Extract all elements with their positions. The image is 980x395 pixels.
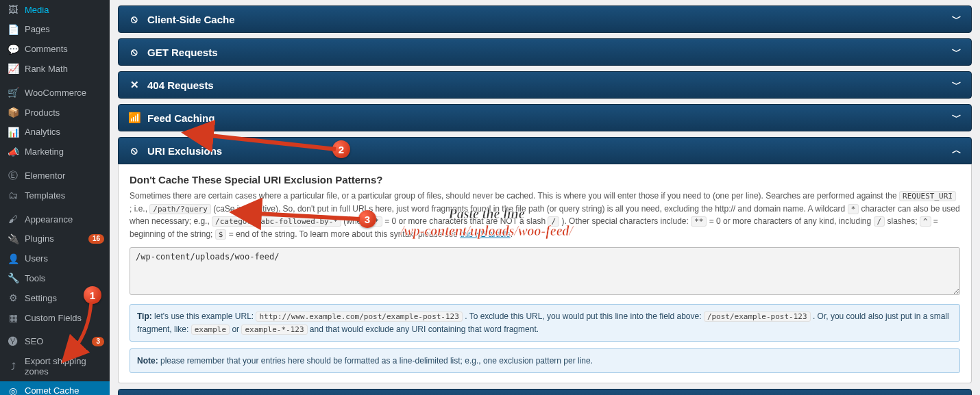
plugins-icon: 🔌 xyxy=(7,233,19,245)
sidebar-item-custom-fields[interactable]: ▦ Custom Fields xyxy=(0,308,110,328)
sidebar-item-users[interactable]: 👤 Users xyxy=(0,249,110,269)
sidebar-item-plugins[interactable]: 🔌 Plugins 16 xyxy=(0,229,110,249)
sidebar-item-rank-math[interactable]: 📈 Rank Math xyxy=(0,59,110,79)
custom-fields-icon: ▦ xyxy=(7,312,19,324)
comments-icon: 💬 xyxy=(7,44,19,55)
sidebar-item-label: Pages xyxy=(25,24,104,35)
prohibit-icon: ⦸ xyxy=(128,13,140,25)
chevron-down-icon: ﹀ xyxy=(952,112,961,124)
sidebar-item-label: Media xyxy=(25,5,104,16)
products-icon: 📦 xyxy=(7,107,19,118)
code-slash: / xyxy=(874,216,885,227)
code-caret: ^ xyxy=(920,216,931,227)
code-tip-example: example xyxy=(191,324,230,335)
note-label: Note: xyxy=(137,356,158,366)
code-double-star: ** xyxy=(691,216,707,227)
sidebar-item-label: Products xyxy=(25,107,104,118)
code-slash: / xyxy=(548,216,559,227)
uri-exclusions-textarea[interactable] xyxy=(130,247,960,295)
broken-link-icon: ✕ xyxy=(128,79,140,91)
panel-title: Client-Side Cache xyxy=(147,14,235,25)
sidebar-item-analytics[interactable]: 📊 Analytics xyxy=(0,123,110,142)
sidebar-item-label: Custom Fields xyxy=(25,313,104,324)
chevron-up-icon: ︿ xyxy=(952,144,961,157)
marketing-icon: 📣 xyxy=(7,146,19,158)
pages-icon: 📄 xyxy=(7,24,19,36)
sidebar-item-label: Settings xyxy=(25,293,104,304)
panel-title: URI Exclusions xyxy=(147,145,222,157)
sidebar-item-templates[interactable]: 🗂 Templates xyxy=(0,186,110,205)
code-category-example: /category/abc-followed-by-* xyxy=(212,216,341,227)
wp-admin-sidebar: 🖼 Media 📄 Pages 💬 Comments 📈 Rank Math 🛒… xyxy=(0,0,110,395)
elementor-icon: Ⓔ xyxy=(7,170,19,181)
sidebar-item-label: Export shipping zones xyxy=(25,356,104,377)
tools-icon: 🔧 xyxy=(7,272,19,284)
sidebar-item-comments[interactable]: 💬 Comments xyxy=(0,40,110,60)
prohibit-icon: ⦸ xyxy=(128,46,140,58)
panel-get-requests[interactable]: ⦸ GET Requests ﹀ xyxy=(118,38,972,66)
sidebar-item-comet-cache[interactable]: ◎ Comet Cache xyxy=(0,381,110,395)
chevron-down-icon: ﹀ xyxy=(952,79,961,91)
code-request-uri: REQUEST_URI xyxy=(899,191,956,201)
uri-exclusions-tip: Tip: let's use this example URL: http://… xyxy=(130,304,960,342)
media-icon: 🖼 xyxy=(7,4,19,16)
chevron-down-icon: ﹀ xyxy=(952,13,961,25)
sidebar-item-label: Appearance xyxy=(25,214,104,225)
sidebar-item-label: Templates xyxy=(25,190,104,201)
kb-article-link[interactable]: this KB article xyxy=(460,229,510,239)
panel-404-requests[interactable]: ✕ 404 Requests ﹀ xyxy=(118,71,972,99)
panel-uri-exclusions[interactable]: ⦸ URI Exclusions ︿ xyxy=(118,137,972,164)
settings-main: ⦸ Client-Side Cache ﹀ ⦸ GET Requests ﹀ ✕… xyxy=(110,0,980,395)
panel-feed-caching[interactable]: 📶 Feed Caching ﹀ xyxy=(118,104,972,131)
sidebar-item-pages[interactable]: 📄 Pages xyxy=(0,20,110,40)
prohibit-icon: ⦸ xyxy=(128,144,140,157)
rank-math-icon: 📈 xyxy=(7,63,19,75)
panel-uri-exclusions-body: Don't Cache These Special URI Exclusion … xyxy=(118,164,972,383)
analytics-icon: 📊 xyxy=(7,127,19,138)
sidebar-item-label: Marketing xyxy=(25,146,104,157)
code-tip-example2: example-*-123 xyxy=(241,324,307,335)
export-icon: ⤴ xyxy=(7,361,19,372)
panel-client-side-cache[interactable]: ⦸ Client-Side Cache ﹀ xyxy=(118,5,972,33)
sidebar-item-label: SEO xyxy=(25,336,86,347)
uri-exclusions-note: Note: please remember that your entries … xyxy=(130,348,960,373)
code-star: * xyxy=(371,216,382,227)
sidebar-item-products[interactable]: 📦 Products xyxy=(0,103,110,123)
sidebar-item-tools[interactable]: 🔧 Tools xyxy=(0,268,110,288)
panel-title: Feed Caching xyxy=(147,112,215,124)
appearance-icon: 🖌 xyxy=(7,214,19,225)
users-icon: 👤 xyxy=(7,253,19,265)
code-tip-url: http://www.example.com/post/example-post… xyxy=(256,311,462,322)
sidebar-item-media[interactable]: 🖼 Media xyxy=(0,0,110,20)
sidebar-item-label: Tools xyxy=(25,273,104,284)
sidebar-item-woocommerce[interactable]: 🛒 WooCommerce xyxy=(0,83,110,103)
panel-title: GET Requests xyxy=(147,47,218,58)
code-star: * xyxy=(848,204,859,214)
uri-exclusions-description: Sometimes there are certain cases where … xyxy=(130,190,960,240)
seo-badge: 3 xyxy=(92,337,104,346)
sidebar-item-export-shipping-zones[interactable]: ⤴ Export shipping zones xyxy=(0,352,110,381)
code-tip-path: /post/example-post-123 xyxy=(704,311,811,322)
rss-icon: 📶 xyxy=(128,112,140,124)
tip-label: Tip: xyxy=(137,311,152,321)
sidebar-item-seo[interactable]: 🅨 SEO 3 xyxy=(0,332,110,352)
plugins-update-badge: 16 xyxy=(88,234,104,244)
comet-cache-icon: ◎ xyxy=(7,385,19,395)
sidebar-item-settings[interactable]: ⚙ Settings xyxy=(0,288,110,308)
code-dollar: $ xyxy=(215,229,227,240)
sidebar-item-label: Comet Cache xyxy=(25,385,104,395)
sidebar-item-marketing[interactable]: 📣 Marketing xyxy=(0,142,110,162)
panel-http-referrer-exclusions[interactable]: ⦸ HTTP Referrer Exclusions ﹀ xyxy=(118,389,972,395)
woocommerce-icon: 🛒 xyxy=(7,87,19,99)
panel-title: 404 Requests xyxy=(147,79,214,91)
uri-exclusions-heading: Don't Cache These Special URI Exclusion … xyxy=(130,174,960,186)
sidebar-item-elementor[interactable]: Ⓔ Elementor xyxy=(0,166,110,186)
seo-icon: 🅨 xyxy=(7,336,19,348)
templates-icon: 🗂 xyxy=(7,190,19,201)
sidebar-item-label: Rank Math xyxy=(25,64,104,75)
sidebar-item-label: Analytics xyxy=(25,127,104,138)
settings-icon: ⚙ xyxy=(7,292,19,304)
sidebar-item-appearance[interactable]: 🖌 Appearance xyxy=(0,209,110,229)
sidebar-item-label: Plugins xyxy=(25,233,83,244)
code-path-example: /path/?query xyxy=(149,204,210,214)
